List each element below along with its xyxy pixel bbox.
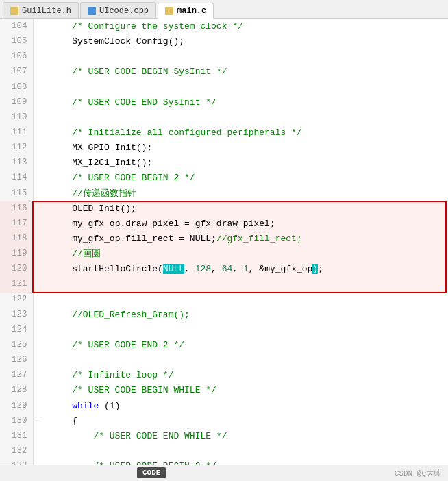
code-line-content: [44, 293, 448, 308]
code-line-content: SystemClock_Config();: [44, 34, 448, 49]
line-number: 116: [0, 201, 33, 217]
table-row: 105 SystemClock_Config();: [0, 34, 448, 49]
line-number: 132: [0, 444, 33, 459]
code-line-content: MX_GPIO_Init();: [44, 140, 448, 156]
table-row: 116 OLED_Init();: [0, 201, 448, 217]
line-number: 115: [0, 186, 33, 201]
table-row: 113 MX_I2C1_Init();: [0, 156, 448, 171]
table-row: 107 /* USER CODE BEGIN SysInit */: [0, 64, 448, 79]
code-line-content: [44, 277, 448, 292]
line-number: 118: [0, 232, 33, 247]
line-number: 123: [0, 308, 33, 323]
table-row: 104 /* Configure the system clock */: [0, 19, 448, 34]
code-line-content: /* USER CODE BEGIN SysInit */: [44, 64, 448, 79]
table-row: 125 /* USER CODE END 2 */: [0, 338, 448, 353]
collapse-icon: [33, 156, 44, 171]
table-row: 117 my_gfx_op.draw_pixel = gfx_draw_pixe…: [0, 217, 448, 232]
tab-icon-guilite: [10, 7, 18, 15]
table-row: 132: [0, 444, 448, 459]
collapse-icon: [33, 247, 44, 262]
code-line-content: [44, 353, 448, 368]
table-row: 119 //画圆: [0, 247, 448, 262]
collapse-icon: [33, 140, 44, 156]
line-number: 125: [0, 338, 33, 353]
line-number: 128: [0, 383, 33, 398]
table-row: 118 my_gfx_op.fill_rect = NULL;//gfx_fil…: [0, 232, 448, 247]
line-number: 124: [0, 323, 33, 338]
code-line-content: MX_I2C1_Init();: [44, 156, 448, 171]
tab-mainc[interactable]: main.c: [158, 3, 214, 19]
line-number: 114: [0, 171, 33, 186]
collapse-icon: [33, 308, 44, 323]
table-row: 127 /* Infinite loop */: [0, 368, 448, 383]
collapse-icon: [33, 125, 44, 140]
code-line-content: /* Configure the system clock */: [44, 19, 448, 34]
collapse-icon: [33, 171, 44, 186]
table-row: 123 //OLED_Refresh_Gram();: [0, 308, 448, 323]
tab-icon-ulcode: [88, 7, 96, 15]
line-number: 121: [0, 277, 33, 292]
code-line-content: //传递函数指针: [44, 186, 448, 201]
line-number: 112: [0, 140, 33, 156]
line-number: 126: [0, 353, 33, 368]
code-line-content: [44, 49, 448, 64]
table-row: 110: [0, 110, 448, 125]
table-row: 121: [0, 277, 448, 292]
tab-label-guilite: GuilLite.h: [22, 6, 71, 16]
line-number: 109: [0, 95, 33, 110]
collapse-icon: [33, 232, 44, 247]
line-number: 105: [0, 34, 33, 49]
code-line-content: [44, 80, 448, 95]
collapse-icon: [33, 383, 44, 398]
code-line-content: [44, 110, 448, 125]
collapse-icon: [33, 353, 44, 368]
collapse-icon: [33, 444, 44, 459]
code-line-content: while (1): [44, 399, 448, 414]
tab-guilite[interactable]: GuilLite.h: [3, 2, 79, 18]
code-line-content: [44, 444, 448, 459]
line-number: 108: [0, 80, 33, 95]
table-row: 129 while (1): [0, 399, 448, 414]
code-table: 104 /* Configure the system clock */105 …: [0, 19, 448, 465]
line-number: 131: [0, 429, 33, 444]
code-line-content: /* USER CODE BEGIN WHILE */: [44, 383, 448, 398]
watermark: CSDN @Q大帅: [395, 468, 441, 478]
code-line-content: /* USER CODE BEGIN 2 */: [44, 171, 448, 186]
code-line-content: [44, 323, 448, 338]
collapse-icon: [33, 293, 44, 308]
code-line-content: startHelloCircle(NULL, 128, 64, 1, &my_g…: [44, 262, 448, 277]
table-row: 115 //传递函数指针: [0, 186, 448, 201]
line-number: 127: [0, 368, 33, 383]
table-row: 122: [0, 293, 448, 308]
table-row: 120 startHelloCircle(NULL, 128, 64, 1, &…: [0, 262, 448, 277]
collapse-icon: [33, 49, 44, 64]
collapse-icon: [33, 110, 44, 125]
collapse-icon: [33, 323, 44, 338]
table-row: 124: [0, 323, 448, 338]
line-number: 120: [0, 262, 33, 277]
table-row: 109 /* USER CODE END SysInit */: [0, 95, 448, 110]
line-number: 133: [0, 459, 33, 465]
collapse-icon: [33, 95, 44, 110]
collapse-icon: [33, 277, 44, 292]
table-row: 131 /* USER CODE END WHILE */: [0, 429, 448, 444]
collapse-icon: [33, 186, 44, 201]
collapse-icon: [33, 64, 44, 79]
code-line-content: my_gfx_op.fill_rect = NULL;//gfx_fill_re…: [44, 232, 448, 247]
tab-ulcode[interactable]: UIcode.cpp: [80, 2, 156, 18]
line-number: 111: [0, 125, 33, 140]
collapse-icon: [33, 217, 44, 232]
collapse-icon: [33, 80, 44, 95]
line-number: 130: [0, 414, 33, 429]
bottom-bar: CSDN @Q大帅 CODE: [0, 465, 448, 481]
table-row: 106: [0, 49, 448, 64]
code-line-content: /* Infinite loop */: [44, 368, 448, 383]
collapse-icon[interactable]: −: [33, 414, 44, 429]
collapse-icon: [33, 262, 44, 277]
code-area[interactable]: 104 /* Configure the system clock */105 …: [0, 19, 448, 465]
collapse-icon: [33, 19, 44, 34]
code-line-content: /* USER CODE END 2 */: [44, 338, 448, 353]
collapse-icon: [33, 459, 44, 465]
line-number: 117: [0, 217, 33, 232]
collapse-icon: [33, 201, 44, 217]
